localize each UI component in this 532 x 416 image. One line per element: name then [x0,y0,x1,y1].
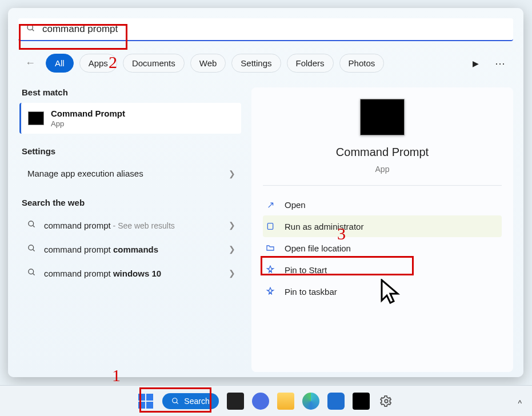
best-match-title: Command Prompt [51,109,125,118]
search-icon [26,23,35,35]
preview-subtitle: App [375,165,390,174]
svg-line-3 [33,225,34,227]
svg-rect-8 [267,223,273,230]
tab-settings[interactable]: Settings [231,54,281,73]
command-prompt-icon [28,111,44,125]
action-run-as-administrator[interactable]: Run as administrator [263,215,502,237]
back-button[interactable]: ← [21,55,40,71]
search-icon [27,220,36,230]
settings-icon[interactable] [378,393,395,410]
settings-section-label: Settings [22,146,241,156]
tab-photos[interactable]: Photos [339,54,385,73]
svg-line-1 [32,29,34,31]
pin-icon [265,265,275,275]
pin-icon [265,286,275,297]
svg-point-11 [385,399,388,403]
tab-all[interactable]: All [46,54,74,73]
web-result-2[interactable]: command prompt commands ❯ [18,237,241,261]
action-pin-to-taskbar[interactable]: Pin to taskbar [263,281,502,302]
open-icon: ↗ [265,199,275,210]
edge-icon[interactable] [302,393,319,410]
best-match-subtitle: App [51,119,125,128]
chevron-right-icon: ❯ [229,221,235,230]
command-prompt-taskbar-icon[interactable] [353,393,370,410]
task-view-icon[interactable] [227,393,244,410]
store-icon[interactable] [327,393,345,410]
best-match-item[interactable]: Command Prompt App [19,103,241,134]
file-explorer-icon[interactable] [277,393,294,410]
chevron-right-icon: ❯ [229,245,235,254]
web-result-1[interactable]: command prompt - See web results ❯ [18,213,241,237]
start-search-window: ← All Apps Documents Web Settings Folder… [8,8,523,377]
svg-point-2 [29,221,34,226]
svg-point-0 [27,25,33,30]
shield-icon [265,221,275,231]
web-result-3[interactable]: command prompt windows 10 ❯ [18,261,241,285]
tab-documents[interactable]: Documents [123,54,185,73]
best-match-label: Best match [22,87,241,97]
play-icon[interactable]: ▶ [467,55,485,71]
settings-item[interactable]: Manage app execution aliases ❯ [18,162,241,185]
preview-pane: Command Prompt App ↗ Open Run as adminis… [251,87,513,372]
tab-web[interactable]: Web [190,54,226,73]
search-field[interactable] [18,18,513,41]
filter-tabs: ← All Apps Documents Web Settings Folder… [18,54,513,73]
action-pin-to-start[interactable]: Pin to Start [263,259,502,281]
chevron-right-icon: ❯ [229,169,235,178]
taskbar: Search ^ [0,385,532,416]
taskbar-search-button[interactable]: Search [162,393,218,409]
web-section-label: Search the web [22,198,241,207]
search-input[interactable] [42,23,505,35]
folder-icon [265,243,275,253]
svg-point-4 [29,245,34,250]
svg-line-7 [33,273,34,275]
action-open[interactable]: ↗ Open [263,194,502,215]
tab-folders[interactable]: Folders [287,54,334,73]
svg-point-9 [173,398,177,402]
search-icon [27,268,36,278]
tab-apps[interactable]: Apps [79,54,117,73]
command-prompt-icon [360,99,405,135]
search-icon [27,244,36,254]
preview-title: Command Prompt [336,146,429,159]
start-button[interactable] [137,393,154,410]
action-open-file-location[interactable]: Open file location [263,237,502,259]
svg-line-5 [33,249,34,251]
svg-line-10 [177,402,178,403]
results-column: Best match Command Prompt App Settings M… [18,87,241,372]
divider [263,185,502,186]
chat-icon[interactable] [252,393,269,410]
chevron-right-icon: ❯ [229,269,235,278]
svg-point-6 [29,269,34,274]
more-icon[interactable]: ⋯ [490,55,511,72]
system-tray-chevron-icon[interactable]: ^ [518,399,522,408]
